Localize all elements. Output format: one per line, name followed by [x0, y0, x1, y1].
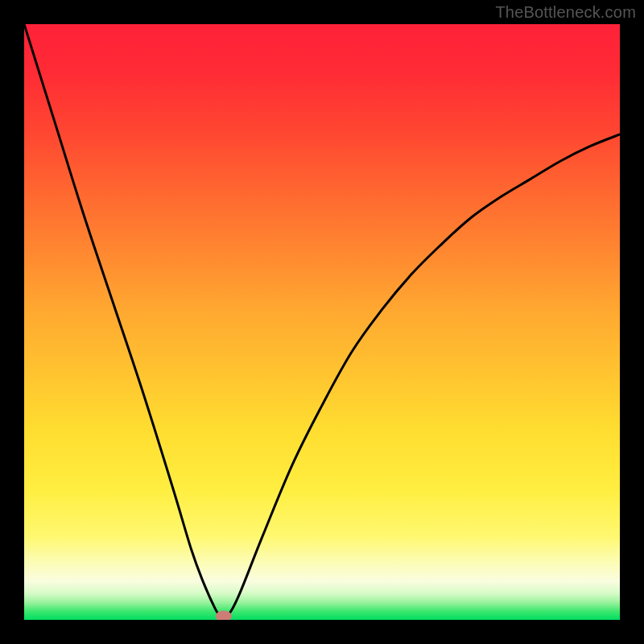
chart-frame: TheBottleneck.com — [0, 0, 644, 644]
watermark-text: TheBottleneck.com — [495, 3, 636, 22]
plot-area — [24, 24, 620, 620]
gradient-background — [24, 24, 620, 620]
bottleneck-chart — [24, 24, 620, 620]
